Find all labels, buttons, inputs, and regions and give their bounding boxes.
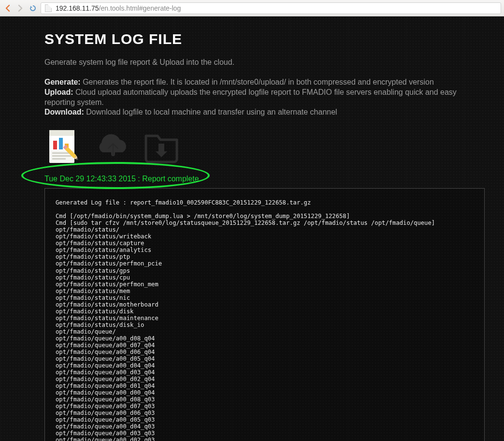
svg-rect-13 xyxy=(158,144,164,151)
svg-rect-1 xyxy=(49,130,74,136)
page-subtitle: Generate system log file report & Upload… xyxy=(44,58,485,67)
status-text: Tue Dec 29 12:43:33 2015 : Report comple… xyxy=(44,175,485,183)
action-row xyxy=(44,126,485,167)
back-button[interactable] xyxy=(3,3,13,13)
generate-button[interactable] xyxy=(44,126,85,167)
url-path: /en.tools.html#generate-log xyxy=(99,4,181,12)
log-output: Generated Log file : report_fmadio10_002… xyxy=(44,188,485,441)
desc-upload: Upload: Cloud upload automatically uploa… xyxy=(44,88,485,108)
page-title: SYSTEM LOG FILE xyxy=(44,31,485,47)
svg-rect-8 xyxy=(52,158,66,160)
svg-rect-7 xyxy=(52,155,72,157)
log-text: Generated Log file : report_fmadio10_002… xyxy=(56,199,474,441)
page-body: SYSTEM LOG FILE Generate system log file… xyxy=(0,16,504,441)
desc-download: Download: Download logfile to local mach… xyxy=(44,107,485,118)
address-bar[interactable]: 192.168.11.75/en.tools.html#generate-log xyxy=(41,2,501,14)
reload-button[interactable] xyxy=(28,3,38,13)
desc-generate: Generate: Generates the report file. It … xyxy=(44,77,485,88)
forward-button[interactable] xyxy=(15,3,25,13)
browser-toolbar: 192.168.11.75/en.tools.html#generate-log xyxy=(0,0,504,16)
download-button[interactable] xyxy=(141,126,182,167)
url-host: 192.168.11.75 xyxy=(56,4,99,12)
svg-marker-14 xyxy=(156,151,167,157)
page-icon xyxy=(45,4,52,12)
svg-rect-3 xyxy=(53,141,57,149)
svg-rect-4 xyxy=(59,138,63,149)
upload-button[interactable] xyxy=(93,126,133,167)
